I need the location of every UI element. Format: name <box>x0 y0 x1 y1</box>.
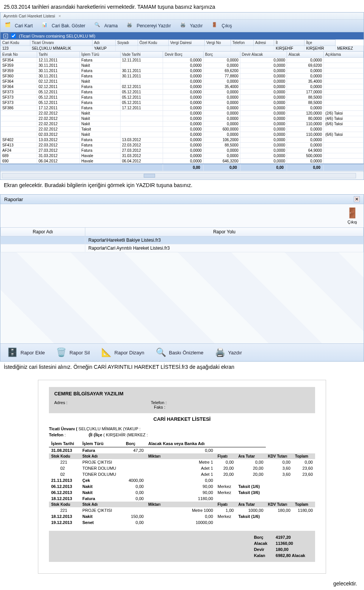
detail-col[interactable]: Açıklama <box>323 52 363 58</box>
detail-row[interactable]: 22.02.2012Taksit0,0000600,00000,00000,00… <box>1 127 364 132</box>
baski-onizleme-button[interactable]: 🔍Baskı Önizleme <box>156 348 204 357</box>
detail-col[interactable]: Vade Tarihi <box>120 52 163 58</box>
detail-cell: 0,0000 <box>163 100 203 105</box>
detail-cell: Fatura <box>80 74 120 79</box>
master-col[interactable]: Soyadı <box>116 40 138 46</box>
app-tab[interactable]: Ayrıntılı Cari Hareket Listesi × <box>0 13 364 20</box>
detail-cell: 12.11.2011 <box>120 58 163 63</box>
cari-kart-button[interactable]: 🗂️Cari Kart <box>5 22 33 30</box>
meta2-label2: {İl {İlçe <box>88 433 102 437</box>
detail-cell: 05.12.2011 <box>37 90 80 95</box>
detail-row[interactable]: 22.02.2012Nakit0,00000,00000,0000110,000… <box>1 121 364 127</box>
detail-row[interactable]: SF37305.12.2011Fatura05.12.20110,00000,0… <box>1 100 364 105</box>
rapor-sil-button[interactable]: 🗑️Rapor Sil <box>56 348 89 357</box>
pencere-yazdir-button[interactable]: 🖨️Pencereyi Yazdır <box>127 22 171 30</box>
master-col[interactable]: İl <box>274 40 304 46</box>
detail-cell: 69,6200 <box>203 68 240 74</box>
detail-row[interactable]: SF36402.12.2011Fatura02.12.20110,000035,… <box>1 84 364 90</box>
detail-row[interactable]: SF38617.12.2011Fatura17.12.20110,00000,0… <box>1 105 364 111</box>
detail-row[interactable]: AF2427.03.2012Fatura27.03.20120,00000,00… <box>1 148 364 153</box>
detail-row[interactable]: SF41322.03.2012Fatura22.03.20120,000088,… <box>1 143 364 148</box>
card-icon: 🗂️ <box>5 22 13 30</box>
detail-row[interactable]: 69006.04.2012Havale06.04.20120,0000646,3… <box>1 159 364 164</box>
detail-cell: 22.02.2012 <box>37 111 80 116</box>
master-col[interactable]: Cari Kodu <box>1 40 30 46</box>
rapor-col-yolu[interactable]: Rapor Yolu <box>85 228 364 236</box>
arama-button[interactable]: 🔍Arama <box>94 22 118 30</box>
master-col[interactable]: Vergi No <box>205 40 231 46</box>
detail-cell <box>120 116 163 121</box>
detail-cell: Fatura <box>80 100 120 105</box>
rapor-dizayn-button[interactable]: 📐Rapor Dizayn <box>101 348 144 357</box>
detail-cell: 500,0000 <box>287 153 324 159</box>
h-scrollbar[interactable] <box>0 171 364 179</box>
master-col[interactable]: Özel Kodu <box>138 40 168 46</box>
detail-row[interactable]: SF36402.12.2011Nakit0,00000,00000,000035… <box>1 79 364 84</box>
rapor-col-adi[interactable]: Rapor Adı <box>1 228 85 236</box>
detail-col[interactable]: Alacak <box>287 52 324 58</box>
detail-row[interactable]: SF37305.12.2011Fatura05.12.20110,00000,0… <box>1 90 364 95</box>
scroll-thumb[interactable] <box>144 174 155 178</box>
detail-cell: 0,0000 <box>240 74 287 79</box>
report-table: İşlem Tarihiİşlem TürüBorçAlacak Kasa ve… <box>49 440 315 525</box>
master-col[interactable]: Telefon <box>231 40 254 46</box>
detail-col[interactable]: İşlem Türü <box>80 52 120 58</box>
close-icon[interactable]: × <box>58 14 61 18</box>
master-col[interactable]: Adresi <box>253 40 274 46</box>
detail-row[interactable]: 22.02.2012Nakit0,00000,00000,000080,0000… <box>1 116 364 121</box>
detail-cell: 27.03.2012 <box>37 148 80 153</box>
dialog-close-icon[interactable]: ✕ <box>354 196 360 202</box>
master-row[interactable]: 123SELÇUKLU MİMARLIKYAKUPKIRŞEHİFKIRŞEHİ… <box>1 46 364 51</box>
detail-cell: SF360 <box>1 74 37 79</box>
detail-cell: 88,5000 <box>287 100 324 105</box>
master-col[interactable]: İlçe <box>304 40 336 46</box>
detail-cell: Fatura <box>80 137 120 143</box>
detail-col[interactable]: Devir Borç <box>163 52 203 58</box>
tot-devir: 180,00 <box>276 547 289 552</box>
detail-cell: 0,0000 <box>240 84 287 90</box>
dialog-title: Raporlar <box>4 197 23 202</box>
rapor-row[interactable]: Raporlar\Cari Ayrıntılı Hareket Listesi.… <box>1 244 364 252</box>
rapor-ekle-button[interactable]: 🗄️Rapor Ekle <box>7 348 45 357</box>
cari-bak-button[interactable]: 📊Cari Bak. Göster <box>42 22 85 30</box>
master-cell <box>116 46 138 51</box>
print-window-icon: 🖨️ <box>127 22 134 30</box>
detail-row[interactable]: SF40213.03.2012Fatura13.03.20120,0000106… <box>1 137 364 143</box>
detail-row[interactable]: SF37305.12.2011Fatura05.12.20110,00000,0… <box>1 95 364 100</box>
filter-checkbox[interactable] <box>11 33 16 38</box>
detail-cell: 12.11.2011 <box>37 58 80 63</box>
detail-row[interactable]: SF35930.11.2011Nakit0,00000,00000,000069… <box>1 63 364 68</box>
toolbar-label: Pencereyi Yazdır <box>136 23 171 28</box>
detail-row[interactable]: 22.02.2012Nakit0,00000,00000,0000120,000… <box>1 111 364 116</box>
detail-cell <box>1 127 37 132</box>
detail-col[interactable]: Devir Alacak <box>240 52 287 58</box>
detail-row[interactable]: SF35412.11.2011Fatura12.11.20110,00000,0… <box>1 58 364 63</box>
detail-cell: 0,0000 <box>163 159 203 164</box>
master-col[interactable]: Vergi Dairesi <box>168 40 205 46</box>
master-col[interactable]: Adı <box>92 40 115 46</box>
detail-cell: 0,0000 <box>287 58 324 63</box>
detail-cell: 0,0000 <box>287 84 324 90</box>
detail-col[interactable]: Borç <box>203 52 240 58</box>
detail-cell: 0,0000 <box>203 153 240 159</box>
yazdir-button[interactable]: 🖨️Yazdır <box>180 22 203 30</box>
dialog-exit-button[interactable]: 🚪 Çıkış <box>346 207 358 224</box>
dialog-yazdir-button[interactable]: 🖨️Yazdır <box>215 348 242 357</box>
master-col[interactable]: Ticari Ünvanı <box>30 40 92 46</box>
detail-cell: 0,0000 <box>240 95 287 100</box>
detail-row[interactable]: SF35930.11.2011Fatura30.11.20110,000069,… <box>1 68 364 74</box>
detail-cell: SF373 <box>1 95 37 100</box>
rapor-cell: Raporlar\Hareketli Bakiye Listesi.fr3 <box>85 236 364 244</box>
rapor-row[interactable]: Raporlar\Hareketli Bakiye Listesi.fr3 <box>1 236 364 244</box>
detail-row[interactable]: 02.03.2012Nakit0,00000,00000,0000110,000… <box>1 132 364 137</box>
close-filter-icon[interactable]: × <box>3 34 8 38</box>
detail-cell: Nakit <box>80 121 120 127</box>
detail-row[interactable]: SF36030.11.2011Fatura30.11.20110,000077,… <box>1 74 364 79</box>
report-line: 06.12.2013Nakit0,0090,00MerkezTaksit (1/… <box>49 483 315 489</box>
detail-cell: 02.12.2011 <box>37 84 80 90</box>
detail-cell: 0,0000 <box>163 90 203 95</box>
detail-col[interactable]: Evrak No <box>1 52 37 58</box>
detail-row[interactable]: 68931.03.2012Havale31.03.20120,00000,000… <box>1 153 364 159</box>
cikis-button[interactable]: 🚪Çıkış <box>212 22 232 30</box>
detail-col[interactable]: Tarihi <box>37 52 80 58</box>
